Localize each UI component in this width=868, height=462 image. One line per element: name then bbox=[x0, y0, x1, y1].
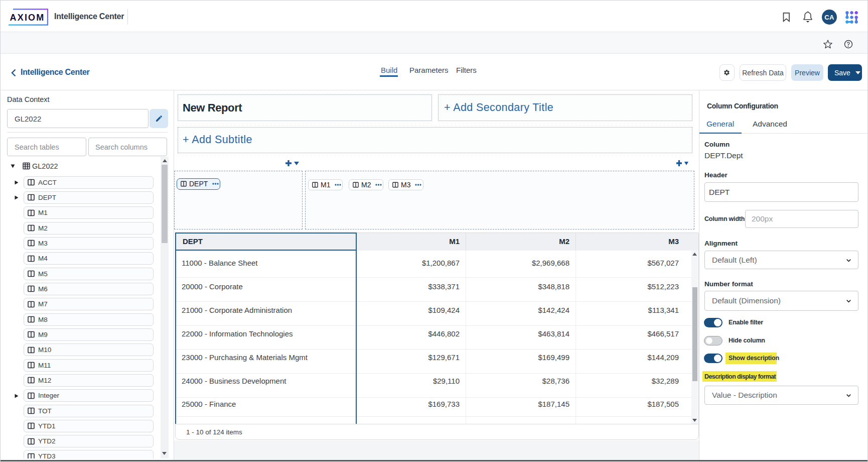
svg-text:AXIOM: AXIOM bbox=[10, 13, 45, 23]
